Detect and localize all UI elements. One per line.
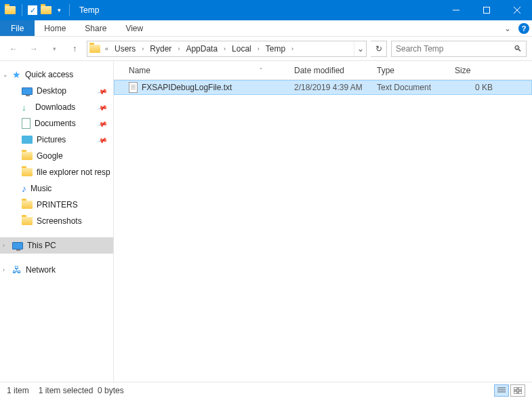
sidebar-item-label: Desktop	[37, 86, 66, 96]
sidebar-item-music[interactable]: ♪Music	[0, 180, 113, 197]
file-size: 0 KB	[449, 83, 498, 92]
status-selection: 1 item selected	[39, 386, 94, 395]
sidebar-item-label: Google	[37, 151, 63, 161]
breadcrumb-item[interactable]: Local	[228, 41, 255, 56]
column-headers: Name˄ Date modified Type Size	[114, 61, 532, 80]
status-item-count: 1 item	[7, 386, 29, 395]
pin-icon: 📌	[97, 102, 108, 113]
minimize-button[interactable]	[441, 0, 471, 20]
navigation-bar: ← → ▾ ↑ « Users › Ryder › AppData › Loca…	[0, 37, 532, 61]
sidebar-quick-access[interactable]: ⌄ ★ Quick access	[0, 66, 113, 83]
breadcrumb-item[interactable]: AppData	[182, 41, 221, 56]
refresh-button[interactable]: ↻	[371, 41, 387, 57]
tab-home[interactable]: Home	[35, 20, 75, 36]
sidebar-item-label: Pictures	[37, 135, 66, 144]
sidebar-item-label: Quick access	[25, 70, 73, 79]
search-box[interactable]: 🔍︎	[391, 41, 527, 57]
tab-view[interactable]: View	[116, 20, 152, 36]
breadcrumb-item[interactable]: Users	[111, 41, 139, 56]
navigation-pane: ⌄ ★ Quick access Desktop📌 Downloads📌 Doc…	[0, 61, 114, 382]
column-header-name[interactable]: Name˄	[123, 61, 289, 79]
up-button[interactable]: ↑	[66, 41, 83, 57]
breadcrumb-item[interactable]: Ryder	[146, 41, 175, 56]
help-button[interactable]: ?	[516, 20, 532, 36]
view-large-icons-button[interactable]	[510, 384, 525, 397]
window-title: Temp	[79, 5, 99, 15]
tab-share[interactable]: Share	[75, 20, 116, 36]
pin-icon: 📌	[97, 118, 108, 129]
file-type: Text Document	[371, 83, 449, 92]
search-input[interactable]	[396, 44, 514, 54]
sidebar-item-desktop[interactable]: Desktop📌	[0, 83, 113, 99]
network-icon: 🖧	[12, 264, 22, 275]
new-folder-qat-icon[interactable]	[40, 4, 52, 16]
close-button[interactable]	[502, 0, 532, 20]
star-icon: ★	[12, 69, 21, 80]
pin-icon: 📌	[97, 134, 108, 145]
sidebar-item-label: file explorer not resp	[37, 167, 110, 177]
folder-icon	[22, 201, 33, 209]
chevron-right-icon[interactable]: ›	[175, 41, 182, 56]
folder-icon	[22, 168, 33, 176]
breadcrumb-item[interactable]: Temp	[262, 41, 289, 56]
desktop-icon	[22, 87, 33, 95]
status-bytes: 0 bytes	[98, 386, 124, 395]
sidebar-item-downloads[interactable]: Downloads📌	[0, 99, 113, 115]
sort-ascending-icon: ˄	[260, 67, 262, 73]
sidebar-item-label: Downloads	[35, 102, 75, 112]
chevron-right-icon[interactable]: ›	[289, 41, 296, 56]
pin-icon: 📌	[97, 85, 108, 96]
column-header-size[interactable]: Size	[449, 61, 498, 79]
folder-icon	[4, 4, 16, 16]
sidebar-item-google[interactable]: Google	[0, 148, 113, 164]
document-icon	[22, 118, 30, 129]
chevron-right-icon[interactable]: ›	[221, 41, 228, 56]
address-bar[interactable]: « Users › Ryder › AppData › Local › Temp…	[87, 41, 367, 57]
address-dropdown-icon[interactable]: ⌄	[354, 41, 366, 56]
file-name: FXSAPIDebugLogFile.txt	[142, 83, 232, 92]
column-header-date[interactable]: Date modified	[289, 61, 371, 79]
sidebar-item-documents[interactable]: Documents📌	[0, 115, 113, 132]
sidebar-this-pc[interactable]: › This PC	[0, 237, 113, 254]
view-details-button[interactable]	[494, 384, 509, 397]
sidebar-item-printers[interactable]: PRINTERS	[0, 197, 113, 213]
file-date: 2/18/2019 4:39 AM	[289, 83, 371, 92]
sidebar-item-screenshots[interactable]: Screenshots	[0, 213, 113, 229]
chevron-right-icon[interactable]: ›	[255, 41, 262, 56]
qat-chevron-down-icon[interactable]: ▾	[55, 7, 64, 14]
forward-button[interactable]: →	[26, 41, 42, 57]
column-header-type[interactable]: Type	[371, 61, 449, 79]
quick-access-toolbar: ✓ ▾	[0, 4, 73, 16]
search-icon[interactable]: 🔍︎	[514, 44, 522, 54]
recent-locations-icon[interactable]: ▾	[46, 41, 62, 57]
breadcrumb-overflow-icon[interactable]: «	[102, 41, 111, 56]
ribbon-tabs: File Home Share View ⌄ ?	[0, 20, 532, 37]
sidebar-item-pictures[interactable]: Pictures📌	[0, 132, 113, 148]
file-tab[interactable]: File	[0, 20, 35, 36]
folder-icon	[22, 217, 33, 225]
picture-icon	[22, 136, 33, 144]
sidebar-item-label: Network	[26, 265, 56, 275]
chevron-down-icon[interactable]: ⌄	[3, 71, 8, 78]
maximize-button[interactable]	[471, 0, 502, 20]
properties-qat-icon[interactable]: ✓	[28, 5, 37, 15]
sidebar-item-label: Screenshots	[37, 216, 82, 226]
folder-icon	[22, 152, 33, 160]
sidebar-network[interactable]: › 🖧 Network	[0, 262, 113, 278]
file-row[interactable]: FXSAPIDebugLogFile.txt 2/18/2019 4:39 AM…	[114, 80, 532, 95]
file-list-pane: Name˄ Date modified Type Size FXSAPIDebu…	[114, 61, 532, 382]
chevron-right-icon[interactable]: ›	[139, 41, 146, 56]
ribbon-expand-icon[interactable]: ⌄	[499, 20, 516, 36]
back-button[interactable]: ←	[5, 41, 22, 57]
pc-icon	[12, 242, 23, 250]
chevron-right-icon[interactable]: ›	[3, 242, 5, 249]
sidebar-item-label: This PC	[27, 241, 56, 250]
svg-rect-10	[518, 391, 522, 394]
svg-rect-9	[514, 391, 517, 394]
sidebar-item-file-explorer[interactable]: file explorer not resp	[0, 164, 113, 180]
address-folder-icon	[87, 45, 102, 53]
svg-rect-8	[518, 387, 522, 390]
text-file-icon	[129, 82, 138, 93]
sidebar-item-label: PRINTERS	[37, 200, 78, 210]
chevron-right-icon[interactable]: ›	[3, 266, 5, 273]
